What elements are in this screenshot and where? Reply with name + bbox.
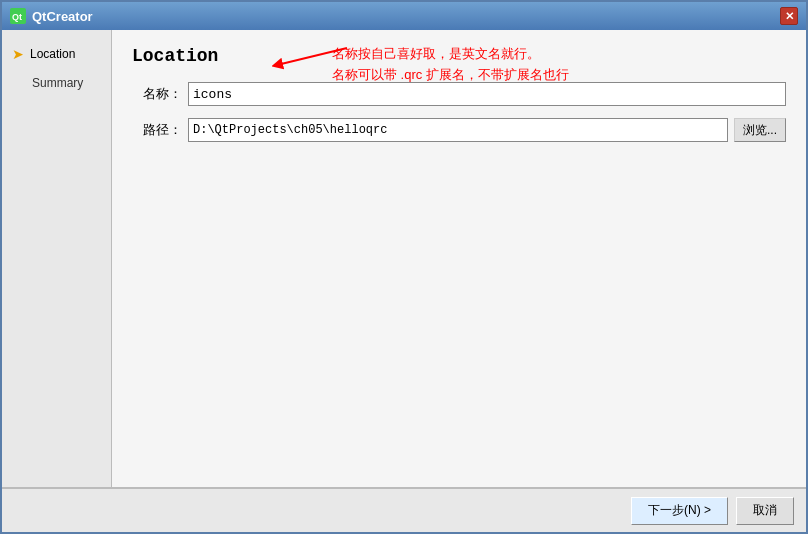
title-bar: Qt QtCreator ✕	[2, 2, 806, 30]
sidebar-label-location: Location	[30, 47, 75, 61]
path-row: 路径： 浏览...	[132, 118, 786, 142]
main-content-area: Location 名称按自己喜好取，是英文名就行。 名称可以带 .qrc 扩展名…	[112, 30, 806, 487]
content-area: ➤ Location Summary Location 名称按自己喜好取，是英文…	[2, 30, 806, 488]
title-bar-left: Qt QtCreator	[10, 8, 93, 24]
path-label: 路径：	[132, 121, 182, 139]
sidebar: ➤ Location Summary	[2, 30, 112, 487]
qtcreator-icon: Qt	[10, 8, 26, 24]
sidebar-item-location[interactable]: ➤ Location	[2, 40, 111, 68]
close-button[interactable]: ✕	[780, 7, 798, 25]
annotation-text: 名称按自己喜好取，是英文名就行。 名称可以带 .qrc 扩展名，不带扩展名也行	[332, 44, 569, 86]
footer: 下一步(N) > 取消	[2, 488, 806, 532]
annotation-line2: 名称可以带 .qrc 扩展名，不带扩展名也行	[332, 65, 569, 86]
svg-text:Qt: Qt	[12, 12, 22, 22]
browse-button[interactable]: 浏览...	[734, 118, 786, 142]
next-button[interactable]: 下一步(N) >	[631, 497, 728, 525]
name-input[interactable]	[188, 82, 786, 106]
path-input[interactable]	[188, 118, 728, 142]
cancel-button[interactable]: 取消	[736, 497, 794, 525]
sidebar-item-summary[interactable]: Summary	[2, 70, 111, 96]
window-title: QtCreator	[32, 9, 93, 24]
name-label: 名称：	[132, 85, 182, 103]
annotation-line1: 名称按自己喜好取，是英文名就行。	[332, 44, 569, 65]
sidebar-label-summary: Summary	[32, 76, 83, 90]
name-row: 名称：	[132, 82, 786, 106]
arrow-icon: ➤	[12, 46, 24, 62]
main-window: Qt QtCreator ✕ ➤ Location Summary Locati…	[0, 0, 808, 534]
